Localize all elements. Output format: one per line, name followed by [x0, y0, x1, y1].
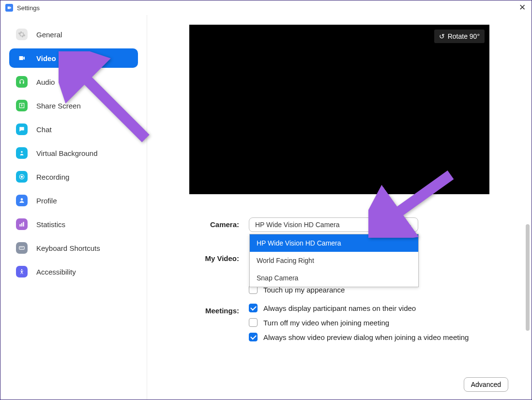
displaynames-checkbox[interactable]: [249, 304, 258, 312]
chat-icon: [16, 123, 28, 135]
accessibility-icon: [16, 266, 28, 277]
chevron-down-icon: ⌄: [408, 222, 412, 228]
svg-rect-4: [19, 224, 20, 227]
sidebar-item-label: Accessibility: [36, 268, 76, 276]
stats-icon: [16, 218, 28, 230]
previewdialog-row[interactable]: Always show video preview dialog when jo…: [249, 333, 517, 341]
close-icon[interactable]: ✕: [519, 3, 526, 12]
sidebar-item-statistics[interactable]: Statistics: [9, 215, 138, 234]
previewdialog-label: Always show video preview dialog when jo…: [263, 333, 469, 341]
turnoff-checkbox[interactable]: [249, 318, 258, 327]
sidebar-item-label: Recording: [36, 173, 69, 181]
sidebar-item-label: Virtual Background: [36, 149, 97, 157]
camera-label: Camera:: [162, 217, 249, 229]
sidebar-item-video[interactable]: Video: [9, 48, 138, 68]
sidebar-item-general[interactable]: General: [9, 25, 138, 44]
svg-point-2: [21, 176, 23, 178]
sidebar-item-label: General: [36, 31, 62, 39]
sidebar-item-keyboard-shortcuts[interactable]: Keyboard Shortcuts: [9, 238, 138, 258]
sidebar-item-chat[interactable]: Chat: [9, 120, 138, 139]
camera-dropdown: HP Wide Vision HD CameraWorld Facing Rig…: [249, 234, 419, 287]
myvideo-label: My Video:: [162, 251, 249, 262]
svg-point-0: [21, 151, 23, 153]
sidebar-item-recording[interactable]: Recording: [9, 167, 138, 186]
turnoff-label: Turn off my video when joining meeting: [263, 319, 389, 327]
camera-option[interactable]: HP Wide Vision HD Camera: [250, 234, 418, 252]
svg-point-3: [21, 198, 23, 200]
sidebar-item-label: Audio: [36, 78, 55, 86]
camera-select[interactable]: HP Wide Vision HD Camera ⌄ HP Wide Visio…: [249, 217, 418, 232]
sidebar-item-label: Profile: [36, 197, 57, 205]
advanced-label: Advanced: [471, 381, 501, 388]
svg-rect-10: [22, 247, 23, 248]
meetings-label: Meetings:: [162, 304, 249, 315]
main-panel: ↺ Rotate 90° Camera: HP Wide Vision HD C…: [147, 15, 532, 400]
rotate-icon: ↺: [439, 32, 445, 40]
camera-selected-value: HP Wide Vision HD Camera: [255, 221, 340, 229]
titlebar: Settings ✕: [0, 0, 532, 15]
rotate-button[interactable]: ↺ Rotate 90°: [434, 30, 485, 43]
svg-rect-8: [20, 247, 21, 248]
previewdialog-checkbox[interactable]: [249, 333, 258, 341]
rotate-label: Rotate 90°: [448, 32, 480, 40]
sidebar-item-profile[interactable]: Profile: [9, 191, 138, 210]
svg-rect-6: [23, 222, 24, 226]
sidebar-item-label: Share Screen: [36, 102, 81, 110]
sidebar-item-label: Video: [36, 54, 56, 62]
sidebar-item-label: Statistics: [36, 220, 65, 229]
video-preview: ↺ Rotate 90°: [189, 25, 489, 194]
headphones-icon: [16, 76, 28, 88]
svg-rect-9: [21, 247, 22, 248]
zoom-app-icon: [5, 4, 13, 12]
sidebar-item-audio[interactable]: Audio: [9, 72, 138, 92]
svg-rect-5: [21, 223, 22, 227]
scrollbar-thumb[interactable]: [526, 224, 530, 331]
camera-option[interactable]: Snap Camera: [250, 269, 418, 287]
gear-icon: [16, 29, 28, 40]
displaynames-row[interactable]: Always display participant names on thei…: [249, 304, 517, 312]
record-icon: [16, 171, 28, 183]
sidebar-item-virtual-background[interactable]: Virtual Background: [9, 143, 138, 163]
sidebar-item-share-screen[interactable]: Share Screen: [9, 96, 138, 115]
share-icon: [16, 100, 28, 111]
profile-icon: [16, 195, 28, 206]
window-title: Settings: [17, 4, 40, 12]
camera-option[interactable]: World Facing Right: [250, 252, 418, 269]
sidebar: GeneralVideoAudioShare ScreenChatVirtual…: [0, 15, 147, 400]
video-icon: [16, 52, 28, 64]
keyboard-icon: [16, 242, 28, 254]
svg-point-11: [21, 269, 22, 270]
displaynames-label: Always display participant names on thei…: [263, 304, 416, 312]
turnoff-row[interactable]: Turn off my video when joining meeting: [249, 318, 517, 327]
virtualbg-icon: [16, 147, 28, 159]
advanced-button[interactable]: Advanced: [464, 377, 508, 392]
sidebar-item-label: Keyboard Shortcuts: [36, 244, 100, 252]
sidebar-item-accessibility[interactable]: Accessibility: [9, 262, 138, 281]
sidebar-item-label: Chat: [36, 125, 52, 134]
